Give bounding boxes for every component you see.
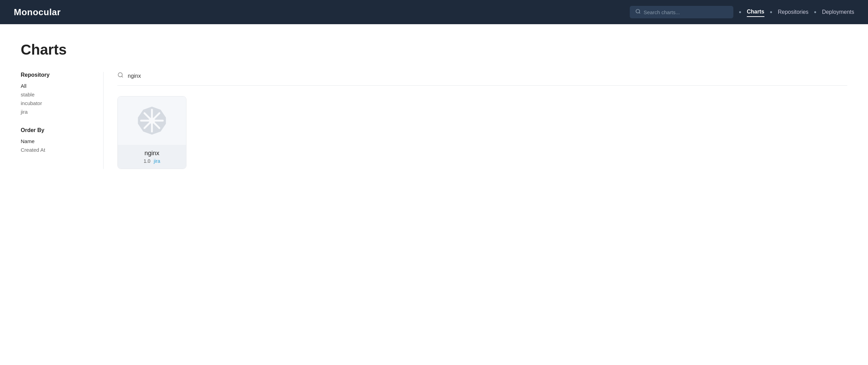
nav-separator-3: •	[814, 8, 817, 16]
chart-card-nginx[interactable]: nginx 1.0 jira	[117, 96, 186, 169]
nav-separator-1: •	[739, 8, 741, 16]
app-logo: Monocular	[14, 7, 61, 18]
repository-section: Repository All stable incubator jira	[21, 72, 93, 115]
chart-version: 1.0	[144, 158, 150, 164]
chart-repo[interactable]: jira	[154, 158, 160, 164]
nav-links: Charts • Repositories • Deployments	[747, 7, 854, 17]
main-content: Charts Repository All stable incubator j…	[0, 24, 868, 186]
repository-heading: Repository	[21, 72, 93, 78]
sidebar-repo-incubator[interactable]: incubator	[21, 100, 93, 106]
charts-search-input[interactable]	[128, 73, 231, 79]
orderby-heading: Order By	[21, 127, 93, 133]
svg-point-0	[636, 9, 640, 13]
helm-wheel-icon	[136, 105, 167, 136]
charts-grid: nginx 1.0 jira	[117, 96, 847, 169]
chart-name: nginx	[123, 150, 181, 157]
nav-repositories[interactable]: Repositories	[778, 8, 809, 17]
svg-line-1	[639, 12, 640, 13]
page-title: Charts	[21, 41, 847, 58]
charts-search-bar	[117, 72, 847, 86]
sidebar-repo-all[interactable]: All	[21, 83, 93, 89]
orderby-section: Order By Name Created At	[21, 127, 93, 153]
header: Monocular • Charts • Repositories • Depl…	[0, 0, 868, 24]
charts-search-icon	[117, 72, 124, 80]
header-search-input[interactable]	[644, 9, 728, 15]
sidebar-repo-stable[interactable]: stable	[21, 92, 93, 97]
search-icon	[635, 9, 641, 16]
svg-line-3	[122, 76, 123, 77]
nav-separator-2: •	[770, 8, 772, 16]
header-search-bar[interactable]	[630, 6, 733, 18]
sidebar-orderby-name[interactable]: Name	[21, 138, 93, 144]
charts-area: nginx 1.0 jira	[104, 72, 847, 169]
chart-card-icon	[118, 96, 186, 145]
sidebar: Repository All stable incubator jira Ord…	[21, 72, 104, 169]
sidebar-orderby-createdat[interactable]: Created At	[21, 147, 93, 153]
svg-point-2	[118, 73, 122, 77]
chart-version-repo: 1.0 jira	[123, 158, 181, 164]
sidebar-repo-jira[interactable]: jira	[21, 109, 93, 115]
chart-card-info: nginx 1.0 jira	[118, 145, 186, 169]
nav-deployments[interactable]: Deployments	[822, 8, 854, 17]
content-area: Repository All stable incubator jira Ord…	[21, 72, 847, 169]
header-right: • Charts • Repositories • Deployments	[630, 6, 854, 18]
nav-charts[interactable]: Charts	[747, 7, 764, 17]
